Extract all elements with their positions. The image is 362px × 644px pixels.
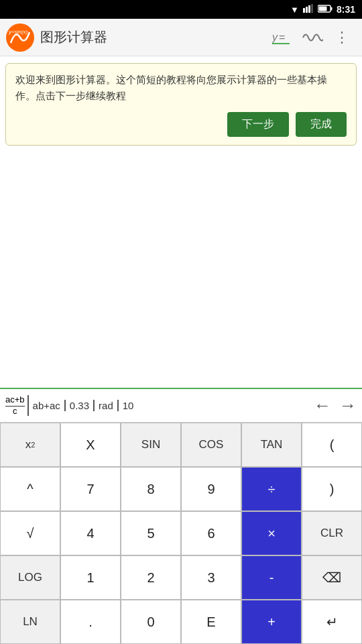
formula-item-rad[interactable]: rad <box>95 400 119 411</box>
key-2-button[interactable]: 2 <box>121 555 181 600</box>
nav-forward-arrow[interactable]: → <box>337 395 359 416</box>
key-row-0: x2XSINCOSTAN( <box>0 423 362 467</box>
fraction-numerator: ac+b <box>5 395 25 406</box>
header-wave-button[interactable] <box>298 23 327 52</box>
key-6-button[interactable]: 6 <box>181 511 241 555</box>
formula-item-2[interactable]: 0.33 <box>66 400 95 411</box>
tutorial-next-button[interactable]: 下一步 <box>227 112 289 137</box>
svg-rect-5 <box>330 7 332 10</box>
key--button[interactable]: ÷ <box>241 467 302 511</box>
key--button[interactable]: × <box>241 511 302 555</box>
key--button[interactable]: ⌫ <box>302 555 362 600</box>
fraction-denominator: c <box>13 407 17 416</box>
svg-rect-3 <box>311 4 313 13</box>
key-0-button[interactable]: 0 <box>121 600 181 644</box>
key-9-button[interactable]: 9 <box>181 467 241 511</box>
key-COS-button[interactable]: COS <box>181 423 241 467</box>
graph-area <box>0 152 362 388</box>
nav-arrows: ← → <box>311 395 359 416</box>
key--button[interactable]: ^ <box>0 467 60 511</box>
formula-item-10[interactable]: 10 <box>119 400 138 411</box>
svg-rect-2 <box>308 5 310 13</box>
status-bar: ▼ 8:31 <box>0 0 362 19</box>
tutorial-text: 欢迎来到图形计算器。这个简短的教程将向您展示计算器的一些基本操作。点击下一步继续… <box>15 72 347 104</box>
key--button[interactable]: - <box>241 555 302 600</box>
header-y-button[interactable]: y = <box>268 23 298 52</box>
svg-text:y: y <box>272 32 278 43</box>
svg-rect-0 <box>303 8 305 13</box>
tutorial-box: 欢迎来到图形计算器。这个简短的教程将向您展示计算器的一些基本操作。点击下一步继续… <box>5 63 357 146</box>
key-5-button[interactable]: 5 <box>121 511 181 555</box>
formula-item-1[interactable]: ab+ac <box>29 400 66 411</box>
tutorial-buttons: 下一步 完成 <box>15 112 347 137</box>
formula-fraction[interactable]: ac+b c <box>3 395 29 416</box>
formula-bar: ac+b c ab+ac 0.33 rad 10 ← → <box>0 388 362 423</box>
key-8-button[interactable]: 8 <box>121 467 181 511</box>
header: y=sin(x) 图形计算器 y = ⋮ <box>0 19 362 56</box>
svg-text:=: = <box>279 32 285 43</box>
status-time: 8:31 <box>337 4 355 15</box>
key-row-3: LOG123-⌫ <box>0 555 362 600</box>
key--button[interactable]: ( <box>302 423 362 467</box>
keyboard: x2XSINCOSTAN(^789÷)√456×CLRLOG123-⌫LN.0E… <box>0 423 362 644</box>
signal-icon <box>303 4 314 15</box>
battery-icon <box>318 5 333 15</box>
key--button[interactable]: ↵ <box>302 600 362 644</box>
key-LOG-button[interactable]: LOG <box>0 555 60 600</box>
key--button[interactable]: + <box>241 600 302 644</box>
key-4-button[interactable]: 4 <box>60 511 121 555</box>
key-SIN-button[interactable]: SIN <box>121 423 181 467</box>
key-1-button[interactable]: 1 <box>60 555 121 600</box>
app-logo: y=sin(x) <box>5 23 35 52</box>
key-3-button[interactable]: 3 <box>181 555 241 600</box>
app-title: 图形计算器 <box>40 28 268 46</box>
key-TAN-button[interactable]: TAN <box>241 423 302 467</box>
nav-back-arrow[interactable]: ← <box>311 395 334 416</box>
key--button[interactable]: √ <box>0 511 60 555</box>
svg-rect-6 <box>318 6 326 11</box>
key-LN-button[interactable]: LN <box>0 600 60 644</box>
key-CLR-button[interactable]: CLR <box>302 511 362 555</box>
key-X-button[interactable]: X <box>60 423 121 467</box>
svg-text:y=sin(x): y=sin(x) <box>8 29 28 35</box>
key-row-1: ^789÷) <box>0 467 362 511</box>
key--button[interactable]: . <box>60 600 121 644</box>
tutorial-done-button[interactable]: 完成 <box>296 112 347 137</box>
header-more-button[interactable]: ⋮ <box>327 23 357 52</box>
wifi-icon: ▼ <box>290 5 299 15</box>
key--button[interactable]: ) <box>302 467 362 511</box>
key-x-button[interactable]: x2 <box>0 423 60 467</box>
key-E-button[interactable]: E <box>181 600 241 644</box>
svg-rect-1 <box>306 7 308 13</box>
key-row-2: √456×CLR <box>0 511 362 555</box>
key-row-4: LN.0E+↵ <box>0 600 362 644</box>
key-7-button[interactable]: 7 <box>60 467 121 511</box>
